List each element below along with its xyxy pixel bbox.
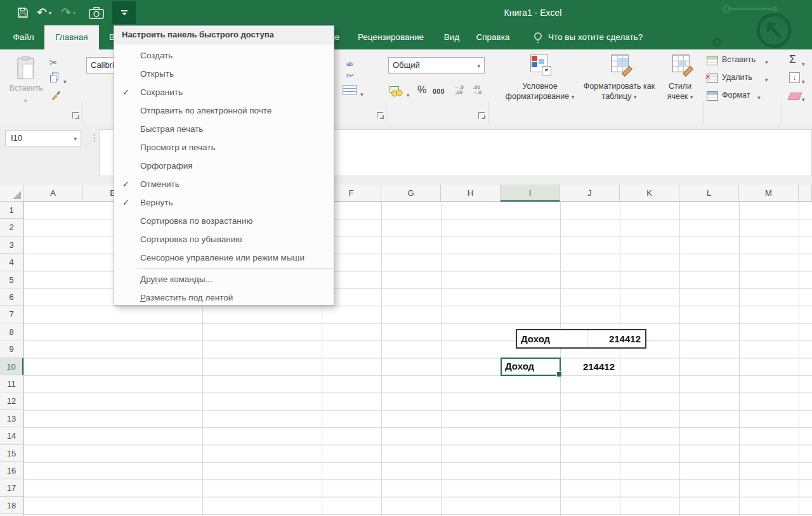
tab-view[interactable]: Вид [436, 25, 467, 49]
customize-qat-icon [121, 10, 128, 11]
undo-button[interactable]: ↶ ▾ [37, 4, 51, 22]
decrease-decimal-button[interactable] [472, 85, 481, 95]
name-box[interactable]: I10 [5, 130, 81, 146]
row-header-12[interactable]: 12 [0, 392, 23, 410]
merge-center-button[interactable]: ↔ [343, 85, 357, 98]
redo-button[interactable]: ↷ ▾ [61, 4, 75, 22]
save-button[interactable] [17, 4, 29, 22]
column-header-L[interactable]: L [679, 184, 739, 202]
tab-file[interactable]: Файл [5, 25, 42, 49]
wrap-text-button[interactable] [346, 57, 354, 80]
menu-item-undo[interactable]: Отменить [114, 175, 334, 193]
row-header-5[interactable]: 5 [0, 271, 23, 288]
row-header-15[interactable]: 15 [0, 445, 23, 462]
column-header-K[interactable]: K [620, 184, 679, 202]
selected-cell-I10[interactable]: Доход [501, 358, 561, 376]
copy-button[interactable] [49, 72, 60, 86]
merge-center-dropdown-icon[interactable] [360, 87, 363, 99]
column-header-I[interactable]: I [501, 184, 560, 202]
cut-button[interactable]: ✂ [49, 57, 58, 68]
menu-item-print-preview[interactable]: Просмотр и печать [114, 138, 334, 157]
autosum-button[interactable]: Σ [789, 53, 796, 66]
row-header-9[interactable]: 9 [0, 340, 23, 358]
customize-quick-access-toolbar-button[interactable] [112, 1, 136, 24]
column-header-M[interactable]: M [739, 184, 799, 202]
column-header-J[interactable]: J [560, 184, 620, 202]
select-all-triangle-icon [13, 191, 21, 199]
select-all-button[interactable] [0, 184, 23, 202]
row-header-6[interactable]: 6 [0, 288, 23, 306]
redo-dropdown-icon[interactable]: ▾ [73, 10, 75, 16]
checkmark-icon [122, 83, 133, 101]
row-header-16[interactable]: 16 [0, 462, 23, 479]
column-header-partial[interactable] [799, 184, 812, 202]
menu-item-open[interactable]: Открыть [114, 65, 334, 83]
number-format-dropdown-icon[interactable] [477, 58, 480, 74]
column-header-H[interactable]: H [441, 184, 501, 202]
row-header-2[interactable]: 2 [0, 219, 23, 236]
row-header-14[interactable]: 14 [0, 427, 23, 444]
row-header-8[interactable]: 8 [0, 323, 23, 340]
clipboard-dialog-launcher-icon[interactable] [72, 112, 79, 119]
alignment-dialog-launcher-icon[interactable] [377, 112, 383, 119]
row-header-1[interactable]: 1 [0, 202, 23, 219]
tab-help[interactable]: Справка [469, 25, 516, 49]
delete-cells-button[interactable]: ✕ Удалить [705, 72, 776, 85]
menu-item-show-below-ribbon[interactable]: Разместить под лентой [114, 288, 334, 307]
paste-dropdown-icon[interactable] [24, 94, 27, 105]
menu-item-sort-ascending[interactable]: Сортировка по возрастанию [114, 212, 334, 230]
paste-button[interactable]: Вставить [6, 53, 46, 106]
row-header-10[interactable]: 10 [0, 358, 23, 375]
currency-icon [390, 85, 404, 97]
number-dialog-launcher-icon[interactable] [478, 112, 485, 119]
menu-item-redo[interactable]: Вернуть [114, 193, 334, 212]
cell-styles-button[interactable]: Стили ячеек [660, 52, 700, 119]
format-painter-button[interactable] [51, 90, 61, 103]
clear-dropdown-icon[interactable] [802, 93, 805, 104]
menu-item-new[interactable]: Создать [114, 46, 334, 65]
tell-me-search[interactable]: Что вы хотите сделать? [548, 25, 643, 49]
row-header-4[interactable]: 4 [0, 254, 23, 271]
menu-item-email[interactable]: Отправить по электронной почте [114, 101, 334, 120]
tab-home[interactable]: Главная [44, 25, 99, 49]
number-format-combobox[interactable]: Общий [388, 57, 485, 74]
menu-item-label: Сенсорное управление или режим мыши [140, 253, 304, 262]
qat-customize-menu: Настроить панель быстрого доступа Создат… [114, 25, 334, 306]
accounting-format-button[interactable] [390, 85, 404, 100]
name-box-dropdown-icon[interactable] [74, 131, 77, 146]
fill-handle[interactable] [556, 371, 562, 377]
row-header-11[interactable]: 11 [0, 375, 23, 392]
format-as-table-button[interactable]: Форматировать как таблицу [580, 52, 658, 119]
menu-item-save[interactable]: Сохранить [114, 83, 334, 101]
column-header-A[interactable]: A [23, 184, 83, 202]
cell-J10[interactable]: 214412 [560, 358, 615, 375]
row-header-7[interactable]: 7 [0, 306, 23, 323]
menu-item-spelling[interactable]: Орфография [114, 157, 334, 175]
row-header-3[interactable]: 3 [0, 236, 23, 254]
fill-button[interactable]: ↓ [789, 72, 800, 83]
row-header-13[interactable]: 13 [0, 410, 23, 427]
comma-style-button[interactable]: 000 [433, 87, 445, 95]
row-header-17[interactable]: 17 [0, 479, 23, 496]
format-cells-button[interactable]: Формат [705, 90, 776, 103]
copy-dropdown-icon[interactable] [63, 75, 67, 86]
tab-review[interactable]: Рецензирование [350, 25, 431, 49]
clear-button[interactable] [788, 93, 802, 100]
menu-item-sort-descending[interactable]: Сортировка по убыванию [114, 230, 334, 248]
undo-dropdown-icon[interactable]: ▾ [49, 10, 51, 16]
menu-item-label: Создать [140, 51, 173, 60]
accounting-dropdown-icon[interactable] [407, 88, 410, 100]
row-header-18[interactable]: 18 [0, 497, 23, 514]
percent-style-button[interactable]: % [417, 84, 426, 96]
linked-picture-object[interactable]: Доход 214412 [516, 329, 646, 349]
camera-button[interactable] [89, 4, 104, 22]
column-header-G[interactable]: G [381, 184, 441, 202]
fill-dropdown-icon[interactable] [802, 75, 805, 86]
menu-item-more-commands[interactable]: Другие команды... [114, 270, 334, 288]
autosum-dropdown-icon[interactable] [802, 57, 805, 68]
menu-item-touch-mouse-mode[interactable]: Сенсорное управление или режим мыши [114, 248, 334, 267]
menu-item-quick-print[interactable]: Быстрая печать [114, 120, 334, 138]
conditional-formatting-button[interactable]: ≠ Условное форматирование [502, 52, 577, 119]
insert-cells-button[interactable]: Вставить [705, 55, 776, 67]
increase-decimal-button[interactable] [454, 85, 464, 95]
